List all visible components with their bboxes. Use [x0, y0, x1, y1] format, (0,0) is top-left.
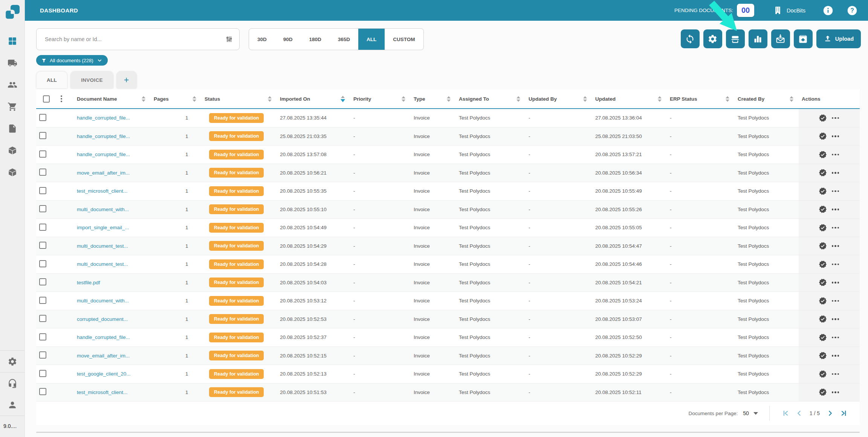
document-link[interactable]: testfile.pdf — [77, 280, 100, 285]
refresh-button[interactable] — [681, 29, 700, 48]
document-link[interactable]: move_email_after_im... — [77, 170, 130, 176]
document-link[interactable]: test_google_client_20... — [77, 371, 131, 377]
docbits-logo-icon[interactable] — [3, 3, 21, 21]
verified-badge-icon[interactable] — [819, 132, 827, 140]
sort-arrows-icon[interactable] — [268, 96, 272, 102]
organization[interactable]: DocBits — [773, 6, 805, 15]
sidebar-item-dashboard[interactable] — [0, 30, 24, 52]
document-link[interactable]: handle_corrupted_file... — [77, 152, 130, 157]
column-header-document-name[interactable]: Document Name — [74, 89, 151, 108]
sidebar-item-purchase-orders[interactable] — [0, 96, 24, 118]
row-checkbox[interactable] — [39, 278, 46, 285]
row-menu-button[interactable] — [831, 261, 840, 268]
document-link[interactable]: multi_document_with... — [77, 207, 129, 212]
sidebar-item-account[interactable] — [0, 394, 24, 416]
column-header-created-by[interactable]: Created By — [735, 89, 799, 108]
search-input[interactable] — [44, 36, 225, 43]
sidebar-item-support[interactable] — [0, 373, 24, 394]
column-header-erp-status[interactable]: ERP Status — [667, 89, 735, 108]
row-menu-button[interactable] — [831, 334, 840, 341]
row-menu-button[interactable] — [831, 115, 840, 121]
row-checkbox[interactable] — [39, 132, 46, 139]
help-button[interactable]: ? — [847, 5, 857, 16]
verified-badge-icon[interactable] — [819, 187, 827, 195]
previous-page-button[interactable] — [792, 409, 806, 417]
row-menu-button[interactable] — [831, 152, 840, 158]
sort-arrows-icon[interactable] — [193, 96, 196, 102]
verified-badge-icon[interactable] — [819, 370, 827, 378]
range-30d[interactable]: 30D — [249, 29, 275, 50]
sort-arrows-icon[interactable] — [726, 96, 729, 102]
row-menu-button[interactable] — [831, 316, 840, 322]
next-page-button[interactable] — [824, 409, 837, 417]
row-menu-button[interactable] — [831, 133, 840, 140]
sort-arrows-icon[interactable] — [790, 96, 793, 102]
row-checkbox[interactable] — [39, 187, 46, 194]
sidebar-item-invoices[interactable] — [0, 118, 24, 140]
documents-filter-chip[interactable]: All documents (228) — [36, 55, 108, 66]
row-checkbox[interactable] — [39, 370, 46, 377]
row-checkbox[interactable] — [39, 224, 46, 231]
row-checkbox[interactable] — [39, 388, 46, 395]
export-button[interactable] — [794, 29, 813, 48]
row-menu-button[interactable] — [831, 389, 840, 396]
upload-button[interactable]: Upload — [816, 29, 861, 48]
document-link[interactable]: handle_corrupted_file... — [77, 133, 130, 139]
column-header-updated[interactable]: Updated — [592, 89, 667, 108]
sort-arrows-icon[interactable] — [658, 96, 662, 102]
verified-badge-icon[interactable] — [819, 297, 827, 305]
verified-badge-icon[interactable] — [819, 315, 827, 323]
advanced-filter-icon[interactable] — [225, 35, 233, 43]
row-checkbox[interactable] — [39, 169, 46, 176]
column-header-updated-by[interactable]: Updated By — [526, 89, 592, 108]
sort-arrows-icon[interactable] — [447, 96, 451, 102]
document-link[interactable]: handle_corrupted_file... — [77, 115, 130, 121]
range-90d[interactable]: 90D — [275, 29, 301, 50]
info-button[interactable] — [823, 5, 833, 16]
sort-arrows-icon[interactable] — [142, 96, 145, 102]
row-menu-button[interactable] — [831, 206, 840, 213]
select-all-checkbox[interactable] — [43, 95, 50, 103]
document-link[interactable]: multi_document_test... — [77, 261, 128, 267]
column-header-assigned-to[interactable]: Assigned To — [456, 89, 526, 108]
document-link[interactable]: move_email_after_im... — [77, 353, 130, 359]
row-menu-button[interactable] — [831, 170, 840, 176]
range-all[interactable]: ALL — [358, 29, 385, 50]
analytics-button[interactable] — [749, 29, 767, 48]
first-page-button[interactable] — [779, 409, 792, 417]
verified-badge-icon[interactable] — [819, 169, 827, 177]
sidebar-item-packages-1[interactable] — [0, 140, 24, 161]
verified-badge-icon[interactable] — [819, 224, 827, 232]
verified-badge-icon[interactable] — [819, 205, 827, 213]
verified-badge-icon[interactable] — [819, 333, 827, 342]
tab-all[interactable]: ALL — [37, 72, 67, 88]
email-import-button[interactable] — [771, 29, 790, 48]
column-header-pages[interactable]: Pages — [151, 89, 202, 108]
verified-badge-icon[interactable] — [819, 278, 827, 287]
settings-button[interactable] — [703, 29, 722, 48]
document-link[interactable]: multi_document_test... — [77, 243, 128, 249]
sort-arrows-icon[interactable] — [583, 96, 587, 102]
document-link[interactable]: test_microsoft_client... — [77, 389, 127, 395]
sidebar-item-users[interactable] — [0, 74, 24, 96]
row-checkbox[interactable] — [39, 150, 46, 158]
column-header-priority[interactable]: Priority — [350, 89, 411, 108]
column-menu-button[interactable] — [58, 95, 65, 102]
sort-arrows-icon[interactable] — [402, 96, 405, 102]
document-link[interactable]: corrupted_document... — [77, 316, 128, 322]
add-tab-button[interactable]: + — [117, 72, 136, 88]
range-180d[interactable]: 180D — [301, 29, 330, 50]
document-link[interactable]: multi_document_with... — [77, 298, 129, 304]
document-link[interactable]: handle_corrupted_file... — [77, 334, 130, 340]
verified-badge-icon[interactable] — [819, 150, 827, 159]
tab-invoice[interactable]: INVOICE — [71, 72, 113, 88]
row-checkbox[interactable] — [39, 315, 46, 322]
row-checkbox[interactable] — [39, 242, 46, 249]
horizontal-scrollbar[interactable] — [36, 432, 860, 433]
row-menu-button[interactable] — [831, 353, 840, 359]
row-checkbox[interactable] — [39, 333, 46, 340]
row-checkbox[interactable] — [39, 114, 46, 121]
column-header-imported-on[interactable]: Imported On — [277, 89, 350, 108]
scan-button[interactable] — [726, 29, 745, 48]
range-custom[interactable]: CUSTOM — [385, 29, 423, 50]
